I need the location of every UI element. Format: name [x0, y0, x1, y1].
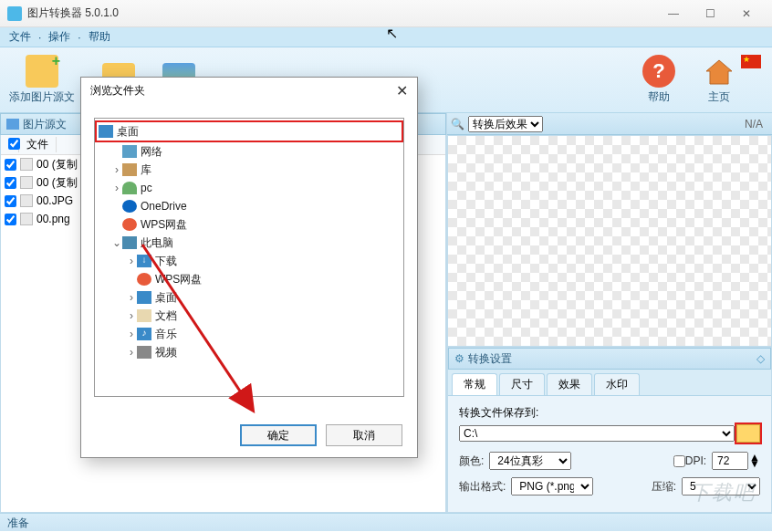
help-icon: ?	[642, 55, 675, 88]
image-icon	[6, 119, 19, 130]
tab-effect[interactable]: 效果	[547, 373, 592, 395]
file-icon	[20, 213, 33, 225]
tree-node-wps2[interactable]: WPS网盘	[97, 270, 402, 288]
pc-icon	[122, 236, 137, 249]
user-icon	[122, 182, 137, 194]
menu-help[interactable]: 帮助	[89, 29, 110, 45]
document-icon	[137, 309, 151, 322]
tree-node-thispc[interactable]: ⌄此电脑	[97, 234, 402, 252]
column-filename[interactable]: 文件	[19, 137, 57, 152]
dpi-input[interactable]	[712, 452, 748, 470]
caret-icon[interactable]: ›	[111, 163, 122, 176]
caret-icon[interactable]: ›	[111, 182, 122, 194]
library-icon	[122, 163, 137, 176]
browse-folder-dialog: 浏览文件夹 ✕ 桌面 网络 ›库 ›pc OneDrive WPS网盘 ⌄此电脑…	[80, 77, 418, 458]
right-column: 🔍 转换后效果 N/A ⚙ 转换设置 ◇ 常规 尺寸 效果 水印 转换文件保存到…	[447, 113, 772, 513]
caret-icon[interactable]: ›	[126, 309, 137, 322]
caret-icon[interactable]: ›	[126, 255, 137, 267]
menu-dot: ·	[38, 31, 41, 44]
tree-node-download[interactable]: ›↓下载	[97, 252, 402, 270]
desktop-icon	[99, 125, 113, 138]
tree-node-library[interactable]: ›库	[97, 161, 402, 179]
tool-add-source[interactable]: + 添加图片源文	[9, 55, 75, 105]
tab-watermark[interactable]: 水印	[594, 373, 640, 395]
save-path-select[interactable]: C:\	[459, 425, 735, 442]
preview-canvas	[447, 135, 772, 347]
color-label: 颜色:	[459, 454, 484, 469]
menu-dot: ·	[78, 31, 80, 44]
ok-button[interactable]: 确定	[240, 424, 317, 446]
dialog-titlebar: 浏览文件夹 ✕	[81, 78, 417, 103]
preview-mode-select[interactable]: 转换后效果	[468, 116, 543, 132]
file-checkbox[interactable]	[5, 159, 16, 171]
home-icon	[703, 55, 735, 88]
save-to-label: 转换文件保存到:	[459, 405, 760, 421]
settings-tabs: 常规 尺寸 效果 水印	[448, 370, 771, 396]
dialog-close-button[interactable]: ✕	[396, 82, 408, 99]
cancel-button[interactable]: 取消	[326, 424, 402, 446]
desktop-icon	[137, 291, 151, 304]
folder-tree[interactable]: 桌面 网络 ›库 ›pc OneDrive WPS网盘 ⌄此电脑 ›↓下载 WP…	[94, 118, 404, 397]
china-flag-icon[interactable]	[741, 55, 761, 68]
menubar: 文件 · 操作 · 帮助	[0, 27, 772, 47]
wps-icon	[122, 218, 137, 231]
menu-file[interactable]: 文件	[9, 29, 31, 45]
tree-node-desktop2[interactable]: ›桌面	[97, 288, 402, 307]
compress-select[interactable]: 5	[682, 477, 760, 495]
expand-icon[interactable]: ◇	[756, 352, 765, 365]
close-button[interactable]: ✕	[728, 1, 765, 26]
preview-na-label: N/A	[745, 118, 763, 130]
preview-header: 🔍 转换后效果 N/A	[447, 113, 772, 135]
minimize-button[interactable]: —	[655, 1, 692, 26]
tree-node-network[interactable]: 网络	[97, 142, 402, 161]
caret-icon[interactable]: ⌄	[111, 236, 122, 249]
network-icon	[122, 145, 137, 158]
tree-node-wps[interactable]: WPS网盘	[97, 215, 402, 234]
file-icon	[20, 158, 33, 171]
dialog-buttons: 确定 取消	[81, 413, 417, 457]
dpi-spinner[interactable]: ▲▼	[749, 454, 760, 467]
tree-node-user[interactable]: ›pc	[97, 179, 402, 197]
maximize-button[interactable]: ☐	[692, 1, 728, 26]
caret-icon[interactable]: ›	[126, 346, 137, 359]
tree-node-music[interactable]: ›♪音乐	[97, 325, 402, 343]
compress-label: 压缩:	[652, 479, 676, 495]
tree-node-video[interactable]: ›视频	[97, 343, 402, 361]
gear-icon: ⚙	[454, 352, 464, 365]
browse-folder-button[interactable]	[736, 424, 760, 443]
caret-icon[interactable]: ›	[126, 328, 137, 340]
file-icon	[20, 176, 33, 189]
caret-icon[interactable]: ›	[126, 291, 137, 304]
dpi-checkbox[interactable]	[673, 455, 685, 467]
tab-general[interactable]: 常规	[452, 373, 497, 395]
file-checkbox[interactable]	[5, 177, 16, 189]
file-icon	[20, 194, 33, 207]
settings-body: 转换文件保存到: C:\ 颜色: 24位真彩 DPI: ▲▼ 输出格式: PNG	[448, 396, 771, 512]
tree-node-onedrive[interactable]: OneDrive	[97, 197, 402, 215]
output-format-label: 输出格式:	[459, 479, 506, 495]
settings-panel: ⚙ 转换设置 ◇ 常规 尺寸 效果 水印 转换文件保存到: C:\ 颜色: 24…	[447, 347, 772, 513]
tool-home[interactable]: 主页	[703, 55, 735, 105]
music-icon: ♪	[137, 328, 151, 340]
zoom-icon[interactable]: 🔍	[451, 118, 464, 130]
output-format-select[interactable]: PNG (*.png)	[511, 477, 593, 495]
download-icon: ↓	[137, 255, 151, 267]
color-select[interactable]: 24位真彩	[489, 452, 571, 470]
tree-node-desktop[interactable]: 桌面	[97, 122, 402, 141]
wps-icon	[137, 273, 151, 286]
file-checkbox[interactable]	[5, 214, 16, 225]
app-icon	[7, 6, 22, 21]
statusbar: 准备	[0, 513, 772, 531]
file-checkbox[interactable]	[5, 195, 16, 207]
tab-size[interactable]: 尺寸	[499, 373, 545, 395]
window-title: 图片转换器 5.0.1.0	[27, 5, 655, 21]
menu-operation[interactable]: 操作	[48, 29, 70, 45]
video-icon	[137, 346, 151, 359]
tool-help[interactable]: ? 帮助	[642, 55, 675, 105]
dpi-label: DPI:	[685, 454, 706, 467]
onedrive-icon	[122, 200, 137, 213]
titlebar: 图片转换器 5.0.1.0 — ☐ ✕	[0, 0, 772, 27]
tree-node-docs[interactable]: ›文档	[97, 307, 402, 325]
dialog-title: 浏览文件夹	[90, 83, 145, 99]
settings-header: ⚙ 转换设置 ◇	[448, 348, 771, 370]
